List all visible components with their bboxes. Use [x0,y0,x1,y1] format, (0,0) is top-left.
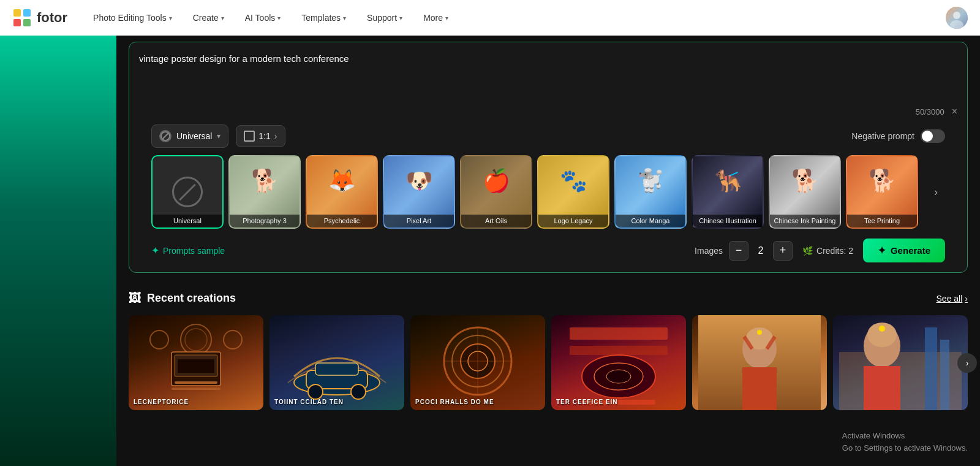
slash-line [179,183,196,201]
generate-button[interactable]: ✦ Generate [863,239,945,262]
svg-rect-45 [940,340,949,410]
images-control: Images − 2 + [695,241,793,261]
slash-icon [160,131,170,141]
char-count: 50/3000 [916,107,944,116]
style-selector-label: Universal [176,131,212,141]
style-card-pixelart[interactable]: 🐶 Pixel Art [383,155,455,229]
creation-card-4-text: TER CEEFICE EIN [556,399,681,405]
creation-card-5[interactable] [692,315,827,410]
generate-icon: ✦ [878,245,886,256]
creation-image-4 [551,315,686,410]
avatar-image [946,7,968,29]
nav-more-chevron: ▾ [445,15,448,21]
prompt-footer: 50/3000 × [139,106,957,117]
negative-prompt-label: Negative prompt [851,131,914,141]
toggle-knob [922,131,933,142]
sparkle-icon: ✦ [151,245,159,256]
controls-row: Universal ▾ 1:1 › Negative prompt [151,124,945,148]
style-card-tee-printing[interactable]: 🐕 Tee Printing [846,155,918,229]
style-card-colormanga[interactable]: 🐩 Color Manga [614,155,687,229]
see-all-arrow: › [965,294,968,304]
recent-title-text: Recent creations [147,292,236,305]
logo[interactable]: fotor [12,8,67,28]
svg-point-12 [150,330,168,349]
nav-support[interactable]: Support ▾ [360,9,410,26]
activate-windows-watermark: Activate Windows Go to Settings to activ… [842,430,968,454]
style-card-chinese-illustration[interactable]: 🐕‍🦺 Chinese Illustration [692,155,764,229]
prompt-textarea[interactable]: vintage poster design for a modern tech … [139,52,957,101]
universal-slash-icon [172,177,203,207]
photography3-image: 🐕 [230,156,300,205]
style-card-logolegacy[interactable]: 🐾 Logo Legacy [537,155,609,229]
creation-card-4[interactable]: TER CEEFICE EIN [551,315,686,410]
ratio-label: 1:1 [258,131,270,141]
style-card-chinese-ink[interactable]: 🐕 Chinese Ink Painting [769,155,841,229]
style-card-universal[interactable]: Universal [151,155,224,229]
style-cards-next-button[interactable]: › [927,155,945,229]
style-card-artoils[interactable]: 🍎 Art Oils [460,155,532,229]
nav-photo-editing[interactable]: Photo Editing Tools ▾ [86,9,179,26]
style-cards-scroll: Universal 🐕 Photography 3 🦊 Psychedelic [151,155,927,229]
negative-prompt-toggle[interactable] [921,129,945,143]
center-panel: vintage poster design for a modern tech … [116,36,980,466]
activate-line1: Activate Windows [842,430,968,442]
creation-image-6 [833,315,968,410]
nav-support-chevron: ▾ [399,15,402,21]
ratio-arrow-icon: › [274,131,277,141]
teeprinting-image: 🐕 [847,156,917,205]
svg-rect-18 [172,388,221,390]
style-card-chinese-illustration-label: Chinese Illustration [693,215,763,227]
nav-templates[interactable]: Templates ▾ [294,9,353,26]
style-cards-row: Universal 🐕 Photography 3 🦊 Psychedelic [151,155,945,229]
images-label: Images [695,246,723,256]
credits-label: Credits: 2 [816,246,853,256]
creation-card-2[interactable]: TOIINT CCILAD TEN [270,315,404,410]
nav-ai-tools-chevron: ▾ [277,15,281,21]
style-card-universal-label: Universal [153,215,222,227]
style-card-psychedelic[interactable]: 🦊 Psychedelic [306,155,378,229]
image-count: 2 [755,245,767,256]
style-card-chinese-ink-label: Chinese Ink Painting [770,215,840,227]
increase-count-button[interactable]: + [773,241,793,261]
clear-prompt-button[interactable]: × [952,106,957,117]
prompts-sample-label: Prompts sample [163,246,225,256]
svg-point-13 [224,330,242,349]
svg-rect-21 [315,363,358,375]
activate-line2: Go to Settings to activate Windows. [842,442,968,454]
creation-image-1 [129,315,263,410]
recent-icon: 🖼 [129,291,141,305]
creation-card-3[interactable]: PCOCI RHALLS DO ME [410,315,545,410]
bottom-controls: ✦ Prompts sample Images − 2 + 🌿 Credits:… [151,239,945,262]
nav-photo-editing-label: Photo Editing Tools [93,13,167,23]
style-card-photography3-label: Photography 3 [230,215,300,227]
nav-create-chevron: ▾ [221,15,224,21]
creation-card-6[interactable] [833,315,968,410]
psychedelic-image: 🦊 [307,156,377,205]
generate-label: Generate [891,245,930,256]
decrease-count-button[interactable]: − [729,241,748,261]
creations-grid: LECNEPTORICE TOIINT CCILAD TEN [129,315,968,410]
nav-more[interactable]: More ▾ [416,9,456,26]
style-selector-chevron: ▾ [217,132,221,140]
svg-point-49 [879,326,885,332]
svg-rect-16 [178,359,214,373]
svg-point-40 [757,330,762,335]
nav-ai-tools[interactable]: AI Tools ▾ [238,9,288,26]
svg-point-34 [606,370,631,383]
style-selector-dropdown[interactable]: Universal ▾ [151,124,228,148]
creation-image-5 [692,315,827,410]
style-icon [159,130,172,142]
negative-prompt-area: Negative prompt [851,129,945,143]
style-card-photography3[interactable]: 🐕 Photography 3 [228,155,301,229]
ratio-selector[interactable]: 1:1 › [236,125,285,147]
style-card-pixelart-label: Pixel Art [384,215,454,227]
nav-create[interactable]: Create ▾ [186,9,232,26]
creation-card-1[interactable]: LECNEPTORICE [129,315,263,410]
style-card-colormanga-label: Color Manga [616,215,685,227]
recent-creations-next-button[interactable]: › [957,353,977,373]
svg-rect-30 [570,327,668,340]
user-avatar[interactable] [946,7,968,29]
svg-rect-38 [742,367,777,410]
see-all-button[interactable]: See all › [937,294,968,304]
prompts-sample-button[interactable]: ✦ Prompts sample [151,245,225,256]
